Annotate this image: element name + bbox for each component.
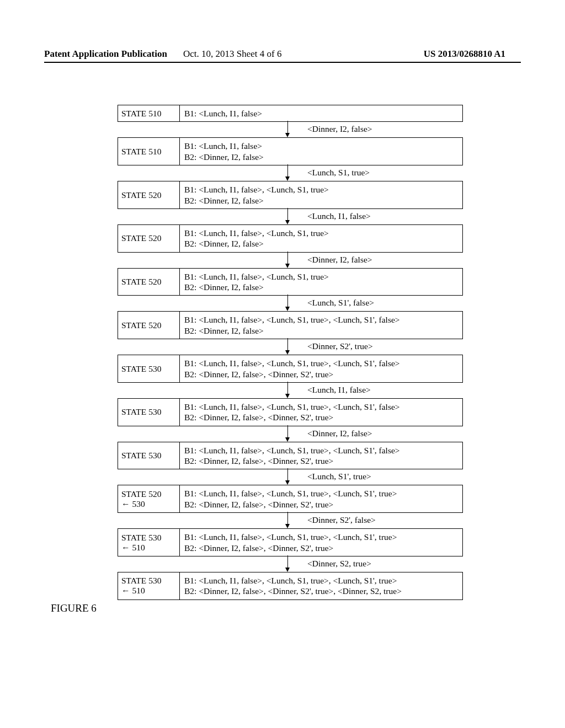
state-row: STATE 520B1: <Lunch, I1, false>, <Lunch,… (118, 224, 463, 253)
state-label: STATE 520 (118, 225, 180, 252)
state-label: STATE 530← 510 (118, 572, 180, 599)
state-label: STATE 510 (118, 138, 180, 165)
state-line: B1: <Lunch, I1, false>, <Lunch, S1, true… (184, 532, 458, 542)
transition-label: <Lunch, S1', true> (307, 472, 371, 481)
state-transition: <Dinner, I2, false> (118, 122, 463, 137)
transition-label: <Dinner, S2', true> (307, 341, 373, 351)
state-line: B2: <Dinner, I2, false>, <Dinner, S2', t… (184, 456, 458, 466)
state-row: STATE 510B1: <Lunch, I1, false>B2: <Dinn… (118, 137, 463, 165)
state-transition: <Lunch, S1', false> (118, 296, 463, 311)
state-label: STATE 530 (118, 399, 180, 426)
state-diagram: STATE 510B1: <Lunch, I1, false><Dinner, … (118, 105, 463, 600)
page-header: Patent Application Publication Oct. 10, … (0, 49, 565, 60)
state-content: B1: <Lunch, I1, false>, <Lunch, S1, true… (180, 485, 462, 512)
state-line: B2: <Dinner, I2, false>, <Dinner, S2', t… (184, 369, 458, 379)
state-line: B1: <Lunch, I1, false>, <Lunch, S1, true… (184, 402, 458, 412)
state-line: B1: <Lunch, I1, false>, <Lunch, S1, true… (184, 358, 458, 368)
state-content: B1: <Lunch, I1, false>B2: <Dinner, I2, f… (180, 138, 462, 165)
arrow-down-icon (287, 382, 288, 397)
state-line: B1: <Lunch, I1, false> (184, 108, 458, 119)
state-content: B1: <Lunch, I1, false>, <Lunch, S1, true… (180, 181, 462, 208)
state-content: B1: <Lunch, I1, false>, <Lunch, S1, true… (180, 399, 462, 426)
arrow-down-icon (287, 425, 288, 441)
state-transition: <Lunch, I1, false> (118, 383, 463, 398)
state-line: B2: <Dinner, I2, false>, <Dinner, S2', t… (184, 412, 458, 422)
arrow-down-icon (287, 295, 288, 310)
arrow-down-icon (287, 468, 288, 484)
arrow-down-icon (287, 121, 288, 136)
state-line: B2: <Dinner, I2, false> (184, 195, 458, 206)
state-label: STATE 530 (118, 355, 180, 382)
arrow-down-icon (287, 338, 288, 354)
state-label: STATE 520 (118, 181, 180, 208)
state-row: STATE 530B1: <Lunch, I1, false>, <Lunch,… (118, 442, 463, 470)
state-label: STATE 520 (118, 269, 180, 296)
state-transition: <Dinner, S2', true> (118, 339, 463, 355)
state-row: STATE 530← 510B1: <Lunch, I1, false>, <L… (118, 528, 463, 556)
state-row: STATE 520B1: <Lunch, I1, false>, <Lunch,… (118, 311, 463, 339)
state-transition: <Dinner, S2', false> (118, 513, 463, 528)
state-line: B1: <Lunch, I1, false>, <Lunch, S1, true… (184, 575, 458, 586)
state-row: STATE 520B1: <Lunch, I1, false>, <Lunch,… (118, 181, 463, 209)
transition-label: <Lunch, I1, false> (307, 211, 371, 221)
header-mid: Oct. 10, 2013 Sheet 4 of 6 (183, 49, 281, 60)
state-line: B2: <Dinner, I2, false>, <Dinner, S2', t… (184, 543, 458, 553)
arrow-down-icon (287, 208, 288, 223)
transition-label: <Lunch, S1, true> (307, 168, 370, 178)
state-label: STATE 520← 530 (118, 485, 180, 512)
state-line: B2: <Dinner, I2, false> (184, 325, 458, 336)
arrow-down-icon (287, 251, 288, 267)
state-row: STATE 520← 530B1: <Lunch, I1, false>, <L… (118, 485, 463, 513)
arrow-down-icon (287, 164, 288, 180)
state-row: STATE 510B1: <Lunch, I1, false> (118, 105, 463, 122)
state-transition: <Lunch, S1, true> (118, 165, 463, 181)
arrow-down-icon (287, 555, 288, 571)
transition-label: <Dinner, I2, false> (307, 429, 372, 438)
transition-label: <Dinner, I2, false> (307, 255, 372, 265)
state-label: STATE 530← 510 (118, 529, 180, 556)
state-transition: <Lunch, I1, false> (118, 209, 463, 224)
state-row: STATE 520B1: <Lunch, I1, false>, <Lunch,… (118, 268, 463, 296)
state-row: STATE 530B1: <Lunch, I1, false>, <Lunch,… (118, 398, 463, 426)
state-line: B2: <Dinner, I2, false>, <Dinner, S2', t… (184, 586, 458, 596)
state-content: B1: <Lunch, I1, false>, <Lunch, S1, true… (180, 269, 462, 296)
state-line: B1: <Lunch, I1, false>, <Lunch, S1, true… (184, 314, 458, 325)
state-content: B1: <Lunch, I1, false>, <Lunch, S1, true… (180, 355, 462, 382)
state-content: B1: <Lunch, I1, false>, <Lunch, S1, true… (180, 529, 462, 556)
state-content: B1: <Lunch, I1, false>, <Lunch, S1, true… (180, 312, 462, 339)
state-line: B2: <Dinner, I2, false>, <Dinner, S2', t… (184, 499, 458, 510)
state-content: B1: <Lunch, I1, false>, <Lunch, S1, true… (180, 442, 462, 469)
state-content: B1: <Lunch, I1, false> (180, 105, 462, 121)
state-label: STATE 510 (118, 105, 180, 121)
state-transition: <Dinner, I2, false> (118, 253, 463, 268)
state-transition: <Dinner, I2, false> (118, 426, 463, 442)
state-line: B1: <Lunch, I1, false>, <Lunch, S1, true… (184, 184, 458, 195)
state-label: STATE 520 (118, 312, 180, 339)
arrow-down-icon (287, 512, 288, 527)
state-line: B2: <Dinner, I2, false> (184, 152, 458, 162)
state-label: STATE 530 (118, 442, 180, 469)
transition-label: <Lunch, S1', false> (307, 298, 374, 308)
header-right: US 2013/0268810 A1 (424, 49, 505, 60)
state-line: B1: <Lunch, I1, false>, <Lunch, S1, true… (184, 271, 458, 282)
header-rule (44, 62, 521, 63)
state-transition: <Dinner, S2, true> (118, 556, 463, 572)
state-content: B1: <Lunch, I1, false>, <Lunch, S1, true… (180, 572, 462, 599)
state-line: B1: <Lunch, I1, false>, <Lunch, S1, true… (184, 445, 458, 456)
state-content: B1: <Lunch, I1, false>, <Lunch, S1, true… (180, 225, 462, 252)
figure-caption: FIGURE 6 (51, 602, 97, 614)
state-line: B1: <Lunch, I1, false>, <Lunch, S1, true… (184, 228, 458, 238)
state-row: STATE 530← 510B1: <Lunch, I1, false>, <L… (118, 572, 463, 600)
state-line: B1: <Lunch, I1, false>, <Lunch, S1, true… (184, 488, 458, 499)
transition-label: <Lunch, I1, false> (307, 385, 371, 395)
state-line: B2: <Dinner, I2, false> (184, 282, 458, 292)
header-left: Patent Application Publication (44, 49, 167, 60)
state-row: STATE 530B1: <Lunch, I1, false>, <Lunch,… (118, 355, 463, 383)
transition-label: <Dinner, I2, false> (307, 124, 372, 134)
state-transition: <Lunch, S1', true> (118, 469, 463, 485)
transition-label: <Dinner, S2, true> (307, 559, 371, 569)
transition-label: <Dinner, S2', false> (307, 515, 376, 525)
state-line: B2: <Dinner, I2, false> (184, 238, 458, 249)
state-line: B1: <Lunch, I1, false> (184, 141, 458, 151)
